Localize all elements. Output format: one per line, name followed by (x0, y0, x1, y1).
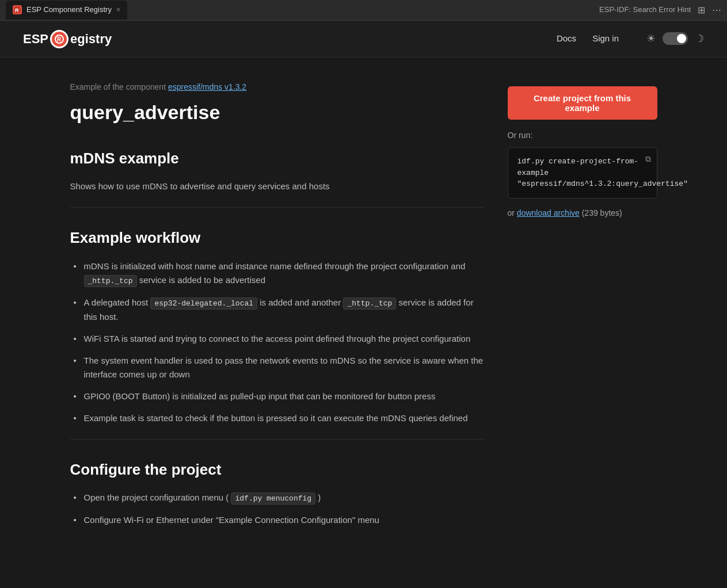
tab-close-btn[interactable]: × (116, 5, 120, 16)
svg-text:R: R (15, 7, 19, 13)
theme-toggle[interactable] (663, 32, 688, 45)
download-line: or download archive (239 bytes) (508, 207, 657, 219)
browser-right-label: ESP-IDF: Search Error Hint (599, 4, 691, 16)
page-title: query_advertise (70, 97, 485, 128)
browser-tab[interactable]: R ESP Component Registry × (6, 1, 127, 20)
tab-favicon: R (13, 5, 22, 14)
create-project-button[interactable]: Create project from this example (508, 86, 657, 120)
download-suffix: (239 bytes) (580, 208, 622, 217)
browser-chrome: R ESP Component Registry × ESP-IDF: Sear… (0, 0, 727, 21)
list-item: WiFi STA is started and trying to connec… (70, 332, 485, 346)
page-subtitle: Example of the component espressif/mdns … (70, 81, 485, 93)
main-content: Example of the component espressif/mdns … (47, 58, 680, 582)
list-item: GPIO0 (BOOT Button) is initialized as pu… (70, 390, 485, 403)
logo-esp: ESP (23, 29, 48, 49)
logo[interactable]: ESP R egistry (23, 29, 112, 49)
code-http-tcp-2: _http._tcp (343, 297, 396, 310)
code-esp32-delegated: esp32-delegated._local (150, 297, 257, 310)
signin-link[interactable]: Sign in (592, 32, 619, 45)
browser-right-controls: ESP-IDF: Search Error Hint ⊞ ⋯ (599, 3, 721, 18)
copy-icon[interactable]: ⧉ (645, 154, 651, 166)
code-http-tcp-1: _http._tcp (84, 275, 137, 287)
configure-list: Open the project configuration menu ( id… (70, 491, 485, 527)
workflow-list: mDNS is initialized with host name and i… (70, 259, 485, 425)
navbar: ESP R egistry Docs Sign in ☀ ☽ (0, 21, 727, 58)
configure-heading: Configure the project (70, 458, 485, 482)
or-run-label: Or run: (508, 129, 657, 142)
layout-icon[interactable]: ⊞ (698, 3, 705, 18)
list-item: A delegated host esp32-delegated._local … (70, 296, 485, 324)
code-idf-menuconfig: idf.py menuconfig (231, 492, 315, 505)
list-item: Configure Wi-Fi or Ethernet under "Examp… (70, 513, 485, 527)
subtitle-prefix: Example of the component (70, 82, 168, 91)
section-heading: mDNS example (70, 147, 485, 171)
divider-2 (70, 439, 485, 440)
list-item: The system event handler is used to pass… (70, 354, 485, 381)
content-area: Example of the component espressif/mdns … (70, 81, 485, 536)
moon-icon[interactable]: ☽ (695, 30, 704, 47)
sun-icon[interactable]: ☀ (646, 30, 656, 47)
download-prefix: or (508, 208, 517, 217)
nav-links: Docs Sign in ☀ ☽ (557, 30, 704, 47)
more-icon[interactable]: ⋯ (712, 3, 721, 18)
command-code-block: idf.py create-project-from-example "espr… (508, 147, 657, 198)
logo-circle-icon: R (50, 30, 68, 48)
tab-title: ESP Component Registry (26, 4, 112, 16)
list-item: mDNS is initialized with host name and i… (70, 259, 485, 288)
list-item: Open the project configuration menu ( id… (70, 491, 485, 505)
divider-1 (70, 207, 485, 208)
command-text: idf.py create-project-from-example "espr… (517, 157, 688, 188)
download-archive-link[interactable]: download archive (517, 208, 580, 217)
docs-link[interactable]: Docs (557, 32, 576, 45)
logo-registry: egistry (70, 29, 112, 49)
component-link[interactable]: espressif/mdns v1.3.2 (168, 82, 246, 91)
theme-controls: ☀ ☽ (646, 30, 704, 47)
list-item: Example task is started to check if the … (70, 411, 485, 425)
svg-text:R: R (57, 36, 62, 43)
section-description: Shows how to use mDNS to advertise and q… (70, 180, 485, 193)
sidebar: Create project from this example Or run:… (508, 81, 657, 536)
workflow-heading: Example workflow (70, 226, 485, 250)
